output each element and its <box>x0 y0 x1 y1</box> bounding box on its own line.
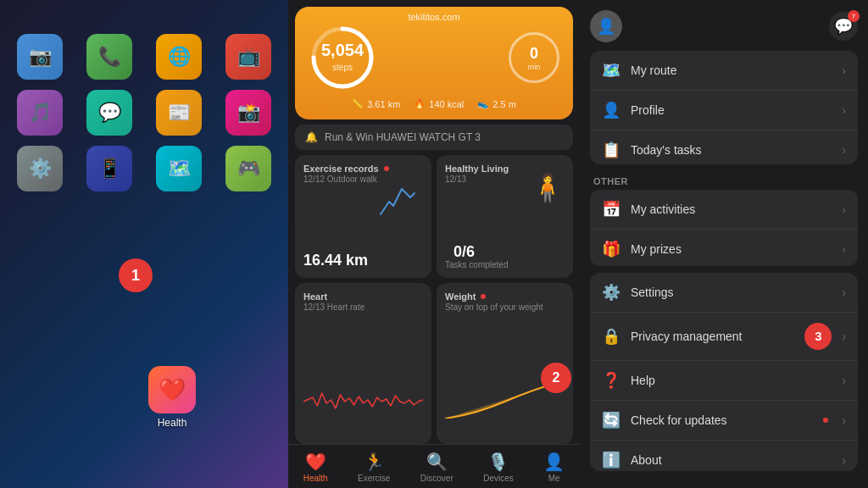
tasks-area: 0/6 Tasks completed <box>445 260 508 269</box>
steps-unit: steps <box>332 63 353 72</box>
app-icon[interactable]: 🌐 <box>156 34 202 80</box>
updates-dot <box>823 418 828 423</box>
app-icon[interactable]: 📞 <box>86 34 132 80</box>
app-icon[interactable]: 📱 <box>86 146 132 191</box>
notification-button[interactable]: 💬 7 <box>829 12 858 41</box>
settings-icon: ⚙️ <box>602 283 620 302</box>
top-stats-card: tekititos.com 5,054 steps 0 min 📏 3.61 <box>295 7 573 119</box>
settings-item[interactable]: ⚙️ Settings › <box>590 273 858 313</box>
min-circle: 0 min <box>509 32 559 83</box>
cards-grid: Exercise records 12/12 Outdoor walk 16.4… <box>288 155 580 444</box>
nav-devices-label: Devices <box>483 474 514 483</box>
app-icon[interactable]: 📸 <box>225 90 271 136</box>
nav-health[interactable]: ❤️ Health <box>303 452 328 483</box>
privacy-label: Privacy management <box>631 330 789 343</box>
heart-title: Heart <box>303 291 423 302</box>
health-app-icon[interactable]: ❤️ <box>148 366 196 413</box>
promo-banner[interactable]: 🔔 Run & Win HUAWEI WATCH GT 3 <box>295 125 573 150</box>
privacy-chevron: › <box>842 330 846 343</box>
discover-nav-icon: 🔍 <box>426 452 448 472</box>
updates-chevron: › <box>842 413 846 427</box>
main-menu-section: 🗺️ My route › 👤 Profile › 📋 Today's task… <box>590 51 858 164</box>
my-activities-item[interactable]: 📅 My activities › <box>590 190 858 230</box>
nav-exercise[interactable]: 🏃 Exercise <box>358 452 390 483</box>
help-label: Help <box>631 374 832 387</box>
route-icon: 🗺️ <box>602 61 620 80</box>
help-chevron: › <box>842 374 846 387</box>
prizes-icon: 🎁 <box>602 240 620 258</box>
steps-row: 5,054 steps 0 min <box>309 24 559 92</box>
weight-dot <box>481 294 486 299</box>
exercise-title: Exercise records <box>303 164 423 174</box>
promo-text: Run & Win HUAWEI WATCH GT 3 <box>325 131 481 143</box>
app-icon[interactable]: 📷 <box>17 34 63 80</box>
nav-health-label: Health <box>303 474 328 483</box>
profile-item[interactable]: 👤 Profile › <box>590 91 858 130</box>
exercise-value: 16.44 km <box>303 252 368 269</box>
other-section-label: OTHER <box>593 176 858 186</box>
heart-chart <box>303 385 423 419</box>
check-updates-item[interactable]: 🔄 Check for updates › <box>590 401 858 441</box>
middle-panel: tekititos.com 5,054 steps 0 min 📏 3.61 <box>288 0 580 488</box>
health-nav-icon: ❤️ <box>305 452 326 472</box>
profile-label: Profile <box>631 103 832 117</box>
heart-date: 12/13 Heart rate <box>303 302 423 312</box>
steps-circle: 5,054 steps <box>309 24 376 92</box>
heart-card[interactable]: Heart 12/13 Heart rate <box>295 283 431 445</box>
weight-header: Weight <box>445 291 565 302</box>
distance-icon: 📏 <box>352 98 364 109</box>
step-indicator-3: 3 <box>804 323 832 350</box>
fire-icon: 🔥 <box>414 98 426 109</box>
nav-me-label: Me <box>548 474 560 483</box>
avatar[interactable]: 👤 <box>590 10 622 42</box>
speaker-icon: 🔔 <box>305 131 318 143</box>
bottom-nav: ❤️ Health 🏃 Exercise 🔍 Discover 🎙️ Devic… <box>288 444 580 488</box>
settings-menu-section: ⚙️ Settings › 🔒 Privacy management 3 › ❓… <box>590 273 858 471</box>
left-panel: 📷 📞 🌐 📺 🎵 💬 📰 📸 ⚙️ 📱 🗺️ 🎮 1 ❤️ Health <box>0 0 288 488</box>
privacy-icon: 🔒 <box>602 327 620 346</box>
health-app-wrapper: ❤️ Health <box>148 366 196 429</box>
stat-kcal: 🔥 140 kcal <box>414 98 464 109</box>
nav-me[interactable]: 👤 Me <box>543 452 565 483</box>
wallpaper: 📷 📞 🌐 📺 🎵 💬 📰 📸 ⚙️ 📱 🗺️ 🎮 1 ❤️ Health <box>0 0 288 488</box>
my-route-item[interactable]: 🗺️ My route › <box>590 51 858 91</box>
right-header: 👤 💬 7 <box>590 10 858 42</box>
stat-distance: 📏 3.61 km <box>352 98 400 109</box>
app-icon[interactable]: 💬 <box>86 90 132 136</box>
about-item[interactable]: ℹ️ About › <box>590 441 858 471</box>
app-icon[interactable]: 📺 <box>225 34 271 80</box>
exercise-nav-icon: 🏃 <box>364 452 385 472</box>
settings-label: Settings <box>631 286 832 299</box>
app-icon[interactable]: 📰 <box>156 90 202 136</box>
app-icon[interactable]: 🎵 <box>17 90 63 136</box>
app-icon[interactable]: 🎮 <box>225 146 271 191</box>
about-label: About <box>631 453 832 467</box>
settings-chevron: › <box>842 286 846 299</box>
my-activities-label: My activities <box>631 202 832 216</box>
todays-tasks-label: Today's tasks <box>631 143 832 157</box>
app-icon[interactable]: 🗺️ <box>156 146 202 191</box>
activities-chevron: › <box>842 202 846 216</box>
stats-row: 📏 3.61 km 🔥 140 kcal 👟 2.5 m <box>309 98 559 109</box>
right-panel: 👤 💬 7 🗺️ My route › 👤 Profile › 📋 Today'… <box>580 0 868 488</box>
my-prizes-item[interactable]: 🎁 My prizes › <box>590 230 858 265</box>
nav-devices[interactable]: 🎙️ Devices <box>483 452 514 483</box>
min-label: min <box>528 63 541 71</box>
updates-icon: 🔄 <box>602 411 620 430</box>
privacy-item[interactable]: 🔒 Privacy management 3 › <box>590 313 858 361</box>
tasks-chevron: › <box>842 143 846 157</box>
step-indicator-2: 2 <box>541 363 571 393</box>
help-item[interactable]: ❓ Help › <box>590 361 858 401</box>
weight-subtitle: Stay on top of your weight <box>445 302 565 312</box>
app-grid: 📷 📞 🌐 📺 🎵 💬 📰 📸 ⚙️ 📱 🗺️ 🎮 <box>0 0 288 208</box>
exercise-dot <box>384 166 389 171</box>
app-icon[interactable]: ⚙️ <box>17 146 63 191</box>
healthy-living-card[interactable]: Healthy Living 12/13 🧍 0/6 Tasks complet… <box>437 155 573 278</box>
exercise-card[interactable]: Exercise records 12/12 Outdoor walk 16.4… <box>295 155 431 278</box>
step-indicator-1: 1 <box>119 258 153 292</box>
devices-nav-icon: 🎙️ <box>487 452 509 472</box>
todays-tasks-item[interactable]: 📋 Today's tasks › <box>590 130 858 164</box>
nav-discover[interactable]: 🔍 Discover <box>420 452 453 483</box>
steps-text: 5,054 steps <box>321 42 364 74</box>
my-route-label: My route <box>631 64 832 77</box>
